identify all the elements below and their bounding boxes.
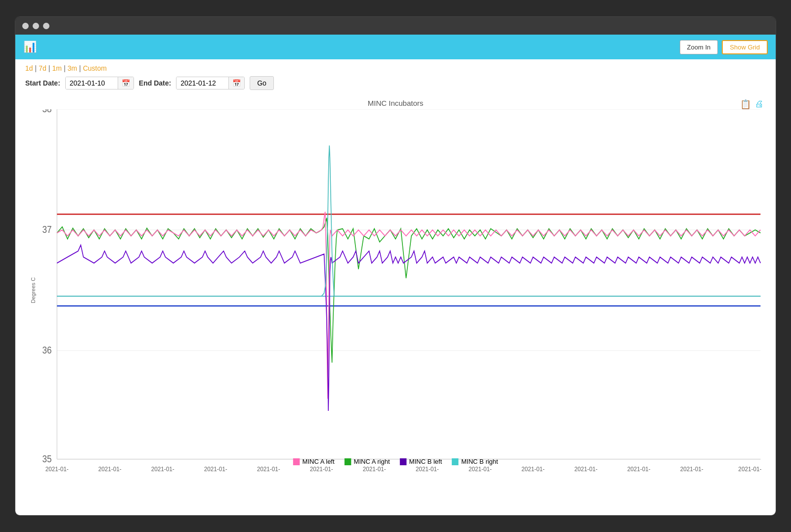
legend-swatch-minc-b-left — [400, 458, 407, 465]
end-date-label: End Date: — [139, 79, 171, 87]
download-icon[interactable]: 📋 — [740, 99, 751, 110]
controls-bar: 1d | 7d | 1m | 3m | Custom Start Date: 📅… — [15, 59, 776, 94]
show-grid-button[interactable]: Show Grid — [722, 40, 768, 54]
legend-swatch-minc-a-right — [345, 458, 352, 465]
time-range-1m[interactable]: 1m — [52, 64, 61, 72]
date-row: Start Date: 📅 End Date: 📅 Go — [25, 76, 766, 90]
svg-text:2021-01-: 2021-01- — [680, 465, 703, 471]
go-button[interactable]: Go — [250, 76, 274, 90]
end-date-input[interactable] — [176, 77, 228, 89]
app-window: 📊 Zoom In Show Grid 1d | 7d | 1m | 3m | … — [15, 16, 776, 516]
time-range-7d[interactable]: 7d — [39, 64, 46, 72]
svg-text:2021-01-: 2021-01- — [310, 465, 333, 471]
chart-svg: 38 37 36 35 — [25, 109, 766, 471]
time-range-1d[interactable]: 1d — [25, 64, 33, 72]
title-bar — [15, 17, 776, 35]
svg-text:2021-01-: 2021-01- — [469, 465, 492, 471]
svg-text:2021-01-: 2021-01- — [416, 465, 439, 471]
legend-item-minc-a-left: MINC A left — [293, 458, 335, 465]
svg-text:2021-01-: 2021-01- — [738, 465, 761, 471]
legend-label-minc-b-left: MINC B left — [409, 458, 442, 465]
svg-text:35: 35 — [42, 453, 51, 464]
legend-label-minc-a-left: MINC A left — [303, 458, 335, 465]
chart-title: MINC Incubators — [25, 99, 766, 107]
legend-item-minc-b-right: MINC B right — [452, 458, 498, 465]
traffic-light-1[interactable] — [22, 23, 29, 29]
legend-item-minc-b-left: MINC B left — [400, 458, 442, 465]
svg-text:37: 37 — [42, 224, 51, 235]
traffic-light-2[interactable] — [33, 23, 39, 29]
svg-text:2021-01-: 2021-01- — [363, 465, 386, 471]
legend-swatch-minc-a-left — [293, 458, 300, 465]
svg-text:36: 36 — [42, 345, 51, 355]
svg-text:2021-01-: 2021-01- — [151, 465, 175, 471]
start-date-input[interactable] — [66, 77, 118, 89]
time-range-links: 1d | 7d | 1m | 3m | Custom — [25, 64, 766, 72]
start-date-wrap: 📅 — [65, 77, 134, 89]
zoom-in-button[interactable]: Zoom In — [680, 40, 718, 54]
chart-top-icons: 📋 🖨 — [740, 99, 764, 110]
traffic-light-3[interactable] — [43, 23, 49, 29]
start-date-calendar-button[interactable]: 📅 — [118, 77, 133, 89]
svg-text:2021-01-: 2021-01- — [257, 465, 280, 471]
chart-bar-icon: 📊 — [23, 41, 37, 53]
svg-text:2021-01-: 2021-01- — [522, 465, 545, 471]
end-date-calendar-button[interactable]: 📅 — [228, 77, 244, 89]
svg-rect-43 — [400, 458, 407, 465]
top-bar: 📊 Zoom In Show Grid — [15, 35, 776, 59]
time-range-3m[interactable]: 3m — [68, 64, 77, 72]
svg-rect-44 — [452, 458, 459, 465]
svg-text:38: 38 — [42, 109, 51, 114]
print-icon[interactable]: 🖨 — [755, 99, 764, 110]
chart-wrap: Degrees C 38 37 36 35 — [25, 109, 766, 471]
chart-container: MINC Incubators 📋 🖨 Degrees C — [15, 94, 776, 515]
svg-text:2021-01-: 2021-01- — [627, 465, 651, 471]
start-date-label: Start Date: — [25, 79, 60, 87]
legend-label-minc-a-right: MINC A right — [354, 458, 390, 465]
svg-text:2021-01-: 2021-01- — [98, 465, 122, 471]
content-area: 📊 Zoom In Show Grid 1d | 7d | 1m | 3m | … — [15, 35, 776, 515]
y-axis-label: Degrees C — [30, 277, 36, 304]
end-date-wrap: 📅 — [176, 77, 245, 89]
svg-text:2021-01-: 2021-01- — [204, 465, 227, 471]
svg-rect-42 — [345, 458, 352, 465]
svg-text:2021-01-: 2021-01- — [574, 465, 598, 471]
chart-legend: MINC A left MINC A right MINC B left MIN… — [293, 458, 498, 465]
legend-item-minc-a-right: MINC A right — [345, 458, 390, 465]
time-range-custom[interactable]: Custom — [83, 64, 107, 72]
svg-rect-41 — [293, 458, 300, 465]
legend-label-minc-b-right: MINC B right — [461, 458, 498, 465]
legend-swatch-minc-b-right — [452, 458, 459, 465]
top-bar-buttons: Zoom In Show Grid — [680, 40, 768, 54]
svg-text:2021-01-: 2021-01- — [45, 465, 69, 471]
